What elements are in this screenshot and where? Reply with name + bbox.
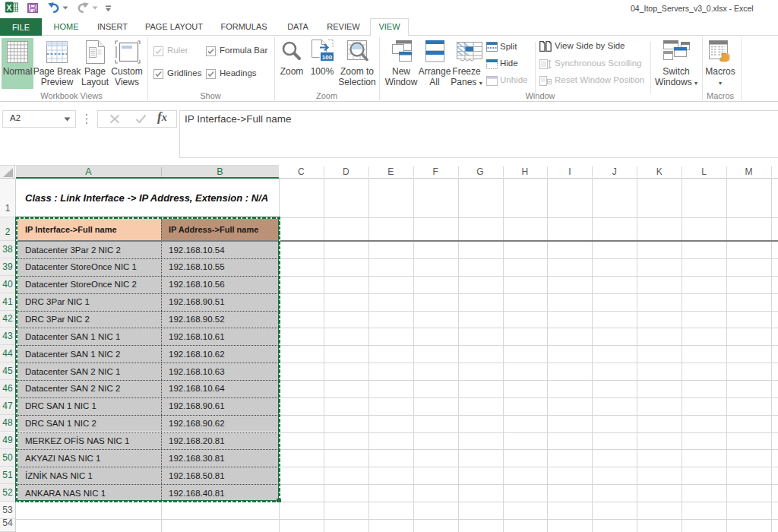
- svg-text:X: X: [7, 3, 12, 12]
- svg-text:100: 100: [322, 54, 333, 61]
